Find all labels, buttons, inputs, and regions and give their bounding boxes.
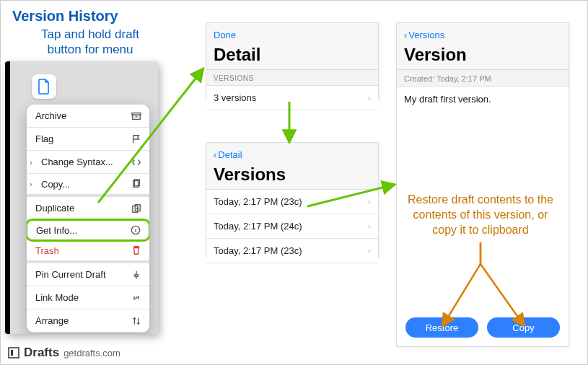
draft-button[interactable]: [32, 74, 56, 99]
chevron-right-icon: ›: [368, 246, 371, 256]
versions-panel: ‹ Detail Versions Today, 2:17 PM (23c)›T…: [206, 142, 379, 258]
version-row-label: Today, 2:17 PM (23c): [214, 245, 302, 256]
flag-icon: [131, 133, 142, 145]
link-icon: [131, 292, 142, 304]
chevron-right-icon: ›: [368, 221, 371, 232]
menu-item-label: Link Mode: [35, 292, 79, 303]
chevron-left-icon: ‹: [214, 149, 216, 160]
footer: Drafts getdrafts.com: [8, 346, 120, 360]
back-to-detail[interactable]: ‹ Detail: [214, 147, 371, 162]
copy-icon: [131, 178, 142, 190]
back-label: Detail: [218, 149, 242, 160]
detail-title: Detail: [214, 45, 371, 65]
svg-rect-8: [11, 350, 13, 356]
menu-item-label: Get Info...: [36, 225, 77, 236]
done-button[interactable]: Done: [214, 27, 371, 42]
duplicate-icon: [131, 203, 142, 214]
version-row-label: Today, 2:17 PM (24c): [214, 221, 302, 232]
menu-item-pin-current-draft[interactable]: Pin Current Draft: [27, 263, 149, 286]
back-to-versions[interactable]: ‹ Versions: [404, 27, 561, 42]
menu-item-link-mode[interactable]: Link Mode: [27, 286, 149, 309]
menu-item-label: Duplicate: [35, 203, 74, 214]
brand-name: Drafts: [24, 346, 59, 360]
menu-item-label: Archive: [35, 110, 66, 121]
menu-item-label: Copy...: [35, 179, 70, 190]
chevron-right-icon: ›: [30, 180, 32, 188]
versions-count-label: 3 versions: [214, 92, 256, 103]
version-row[interactable]: Today, 2:17 PM (24c)›: [206, 214, 378, 239]
menu-item-copy[interactable]: ›Copy...: [27, 174, 149, 197]
version-title: Version: [404, 45, 561, 65]
versions-count-row[interactable]: 3 versions ›: [206, 86, 378, 110]
menu-item-change-syntax[interactable]: ›Change Syntax...: [27, 151, 149, 174]
version-panel: ‹ Versions Version Created: Today, 2:17 …: [396, 22, 569, 347]
phone-mockup: ArchiveFlag›Change Syntax...›Copy...Dupl…: [5, 61, 158, 334]
document-icon: [38, 79, 51, 94]
code-icon: [131, 157, 142, 168]
trash-icon: [131, 245, 142, 256]
page-title: Version History: [12, 8, 118, 25]
arrange-icon: [131, 315, 142, 327]
copy-button[interactable]: Copy: [487, 317, 560, 338]
back-label: Versions: [408, 30, 444, 40]
archive-icon: [131, 110, 142, 122]
version-row[interactable]: Today, 2:17 PM (23c)›: [206, 190, 378, 214]
version-created-label: Created: Today, 2:17 PM: [397, 70, 569, 86]
versions-title: Versions: [214, 164, 371, 185]
menu-item-flag[interactable]: Flag: [27, 128, 149, 151]
chevron-right-icon: ›: [368, 197, 371, 207]
hint-text: Tap and hold draft button for menu: [25, 27, 155, 58]
chevron-right-icon: ›: [368, 93, 371, 103]
context-menu: ArchiveFlag›Change Syntax...›Copy...Dupl…: [27, 105, 149, 333]
detail-panel: Done Detail VERSIONS 3 versions ›: [206, 22, 379, 100]
menu-item-get-info[interactable]: Get Info...: [27, 219, 149, 242]
menu-item-label: Change Syntax...: [35, 157, 113, 167]
detail-section-header: VERSIONS: [206, 70, 378, 86]
info-icon: [130, 224, 141, 236]
chevron-left-icon: ‹: [404, 30, 407, 40]
menu-item-label: Arrange: [35, 315, 69, 326]
drafts-logo-icon: [8, 347, 19, 359]
menu-item-duplicate[interactable]: Duplicate: [27, 197, 149, 220]
svg-rect-7: [9, 348, 19, 358]
menu-item-label: Trash: [35, 245, 59, 256]
annotation-text: Restore draft contents to the contents o…: [401, 193, 560, 237]
menu-item-trash[interactable]: Trash: [27, 240, 149, 263]
menu-item-arrange[interactable]: Arrange: [27, 309, 149, 333]
version-row-label: Today, 2:17 PM (23c): [214, 196, 302, 207]
menu-item-archive[interactable]: Archive: [27, 105, 149, 128]
menu-item-label: Flag: [35, 133, 53, 144]
menu-item-label: Pin Current Draft: [35, 269, 106, 280]
brand-url: getdrafts.com: [63, 348, 120, 359]
chevron-right-icon: ›: [30, 158, 32, 167]
version-row[interactable]: Today, 2:17 PM (23c)›: [206, 239, 378, 263]
pin-icon: [131, 269, 142, 281]
restore-button[interactable]: Restore: [405, 317, 478, 338]
